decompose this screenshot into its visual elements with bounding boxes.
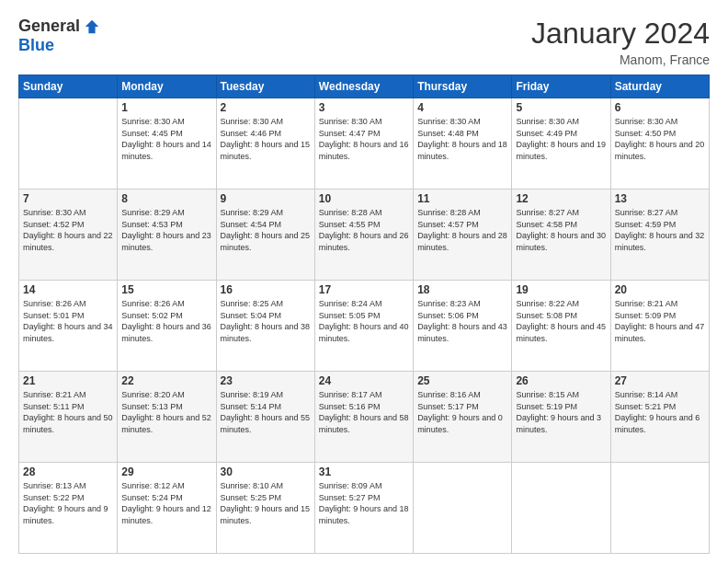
day-number: 19 — [516, 283, 606, 296]
sunrise-text: Sunrise: 8:15 AM — [516, 390, 579, 399]
daylight-text: Daylight: 8 hours and 25 minutes. — [221, 231, 311, 252]
cell-data: Sunrise: 8:30 AM Sunset: 4:46 PM Dayligh… — [221, 116, 311, 162]
table-row: 18 Sunrise: 8:23 AM Sunset: 5:06 PM Dayl… — [414, 281, 512, 372]
cell-data: Sunrise: 8:12 AM Sunset: 5:24 PM Dayligh… — [121, 480, 211, 526]
cell-data: Sunrise: 8:30 AM Sunset: 4:49 PM Dayligh… — [516, 116, 606, 162]
table-row: 10 Sunrise: 8:28 AM Sunset: 4:55 PM Dayl… — [314, 190, 413, 281]
day-number: 15 — [121, 283, 211, 296]
logo-general-text: General — [18, 17, 80, 36]
page: General Blue January 2024 Manom, France … — [0, 0, 728, 563]
table-row: 17 Sunrise: 8:24 AM Sunset: 5:05 PM Dayl… — [314, 281, 413, 372]
daylight-text: Daylight: 8 hours and 18 minutes. — [417, 140, 507, 161]
sunset-text: Sunset: 5:09 PM — [615, 311, 677, 320]
daylight-text: Daylight: 8 hours and 14 minutes. — [121, 140, 211, 161]
daylight-text: Daylight: 9 hours and 18 minutes. — [319, 504, 409, 525]
cell-data: Sunrise: 8:30 AM Sunset: 4:45 PM Dayligh… — [121, 116, 211, 162]
daylight-text: Daylight: 8 hours and 19 minutes. — [516, 140, 606, 161]
cell-data: Sunrise: 8:30 AM Sunset: 4:47 PM Dayligh… — [319, 116, 409, 162]
table-row: 28 Sunrise: 8:13 AM Sunset: 5:22 PM Dayl… — [19, 463, 118, 554]
day-number: 7 — [23, 192, 113, 205]
col-wednesday: Wednesday — [314, 75, 413, 98]
table-row: 27 Sunrise: 8:14 AM Sunset: 5:21 PM Dayl… — [610, 372, 709, 463]
cell-data: Sunrise: 8:10 AM Sunset: 5:25 PM Dayligh… — [221, 480, 311, 526]
sunrise-text: Sunrise: 8:24 AM — [319, 299, 382, 308]
daylight-text: Daylight: 8 hours and 58 minutes. — [319, 413, 409, 434]
cell-data: Sunrise: 8:26 AM Sunset: 5:01 PM Dayligh… — [23, 298, 113, 344]
daylight-text: Daylight: 8 hours and 36 minutes. — [121, 322, 211, 343]
day-number: 23 — [221, 374, 311, 387]
sunrise-text: Sunrise: 8:30 AM — [23, 208, 86, 217]
col-sunday: Sunday — [19, 75, 118, 98]
cell-data: Sunrise: 8:30 AM Sunset: 4:50 PM Dayligh… — [615, 116, 705, 162]
day-number: 18 — [417, 283, 507, 296]
sunrise-text: Sunrise: 8:26 AM — [121, 299, 185, 308]
sunrise-text: Sunrise: 8:12 AM — [121, 481, 185, 490]
day-number: 4 — [417, 101, 507, 114]
sunset-text: Sunset: 4:52 PM — [23, 220, 85, 229]
daylight-text: Daylight: 8 hours and 20 minutes. — [615, 140, 705, 161]
calendar-header-row: Sunday Monday Tuesday Wednesday Thursday… — [19, 75, 710, 98]
day-number: 27 — [615, 374, 705, 387]
table-row: 4 Sunrise: 8:30 AM Sunset: 4:48 PM Dayli… — [414, 98, 512, 190]
table-row: 14 Sunrise: 8:26 AM Sunset: 5:01 PM Dayl… — [19, 281, 118, 372]
cell-data: Sunrise: 8:21 AM Sunset: 5:09 PM Dayligh… — [615, 298, 705, 344]
table-row: 29 Sunrise: 8:12 AM Sunset: 5:24 PM Dayl… — [118, 463, 216, 554]
daylight-text: Daylight: 8 hours and 16 minutes. — [319, 140, 409, 161]
sunset-text: Sunset: 4:48 PM — [417, 129, 479, 138]
table-row: 1 Sunrise: 8:30 AM Sunset: 4:45 PM Dayli… — [118, 98, 216, 190]
daylight-text: Daylight: 8 hours and 15 minutes. — [221, 140, 311, 161]
cell-data: Sunrise: 8:23 AM Sunset: 5:06 PM Dayligh… — [417, 298, 507, 344]
table-row: 16 Sunrise: 8:25 AM Sunset: 5:04 PM Dayl… — [216, 281, 314, 372]
day-number: 11 — [417, 192, 507, 205]
table-row: 6 Sunrise: 8:30 AM Sunset: 4:50 PM Dayli… — [610, 98, 709, 190]
day-number: 9 — [221, 192, 311, 205]
sunrise-text: Sunrise: 8:30 AM — [417, 117, 481, 126]
sunset-text: Sunset: 5:06 PM — [417, 311, 479, 320]
daylight-text: Daylight: 8 hours and 34 minutes. — [23, 322, 113, 343]
table-row: 26 Sunrise: 8:15 AM Sunset: 5:19 PM Dayl… — [512, 372, 610, 463]
calendar-week-row: 21 Sunrise: 8:21 AM Sunset: 5:11 PM Dayl… — [19, 372, 710, 463]
day-number: 8 — [121, 192, 211, 205]
calendar-week-row: 7 Sunrise: 8:30 AM Sunset: 4:52 PM Dayli… — [19, 190, 710, 281]
calendar-week-row: 28 Sunrise: 8:13 AM Sunset: 5:22 PM Dayl… — [19, 463, 710, 554]
table-row: 20 Sunrise: 8:21 AM Sunset: 5:09 PM Dayl… — [610, 281, 709, 372]
daylight-text: Daylight: 8 hours and 30 minutes. — [516, 231, 606, 252]
sunrise-text: Sunrise: 8:30 AM — [615, 117, 678, 126]
table-row: 23 Sunrise: 8:19 AM Sunset: 5:14 PM Dayl… — [216, 372, 314, 463]
daylight-text: Daylight: 8 hours and 28 minutes. — [417, 231, 507, 252]
cell-data: Sunrise: 8:26 AM Sunset: 5:02 PM Dayligh… — [121, 298, 211, 344]
calendar-week-row: 14 Sunrise: 8:26 AM Sunset: 5:01 PM Dayl… — [19, 281, 710, 372]
daylight-text: Daylight: 8 hours and 38 minutes. — [221, 322, 311, 343]
logo-blue-text: Blue — [18, 36, 54, 55]
cell-data: Sunrise: 8:14 AM Sunset: 5:21 PM Dayligh… — [615, 389, 705, 435]
table-row: 13 Sunrise: 8:27 AM Sunset: 4:59 PM Dayl… — [610, 190, 709, 281]
table-row: 22 Sunrise: 8:20 AM Sunset: 5:13 PM Dayl… — [118, 372, 216, 463]
cell-data: Sunrise: 8:25 AM Sunset: 5:04 PM Dayligh… — [221, 298, 311, 344]
sunrise-text: Sunrise: 8:28 AM — [319, 208, 382, 217]
table-row — [414, 463, 512, 554]
daylight-text: Daylight: 8 hours and 45 minutes. — [516, 322, 606, 343]
table-row: 11 Sunrise: 8:28 AM Sunset: 4:57 PM Dayl… — [414, 190, 512, 281]
svg-marker-0 — [85, 19, 98, 32]
sunset-text: Sunset: 5:01 PM — [23, 311, 85, 320]
table-row — [19, 98, 118, 190]
sunset-text: Sunset: 5:25 PM — [221, 493, 282, 502]
table-row: 25 Sunrise: 8:16 AM Sunset: 5:17 PM Dayl… — [414, 372, 512, 463]
logo-icon — [84, 18, 100, 35]
sunrise-text: Sunrise: 8:30 AM — [516, 117, 579, 126]
cell-data: Sunrise: 8:30 AM Sunset: 4:52 PM Dayligh… — [23, 207, 113, 253]
table-row — [512, 463, 610, 554]
table-row: 7 Sunrise: 8:30 AM Sunset: 4:52 PM Dayli… — [19, 190, 118, 281]
sunset-text: Sunset: 5:11 PM — [23, 402, 85, 411]
cell-data: Sunrise: 8:29 AM Sunset: 4:53 PM Dayligh… — [121, 207, 211, 253]
daylight-text: Daylight: 8 hours and 26 minutes. — [319, 231, 409, 252]
day-number: 20 — [615, 283, 705, 296]
daylight-text: Daylight: 8 hours and 43 minutes. — [417, 322, 507, 343]
sunrise-text: Sunrise: 8:27 AM — [615, 208, 678, 217]
cell-data: Sunrise: 8:21 AM Sunset: 5:11 PM Dayligh… — [23, 389, 113, 435]
table-row: 31 Sunrise: 8:09 AM Sunset: 5:27 PM Dayl… — [314, 463, 413, 554]
col-tuesday: Tuesday — [216, 75, 314, 98]
day-number: 14 — [23, 283, 113, 296]
sunset-text: Sunset: 5:14 PM — [221, 402, 282, 411]
daylight-text: Daylight: 8 hours and 32 minutes. — [615, 231, 705, 252]
